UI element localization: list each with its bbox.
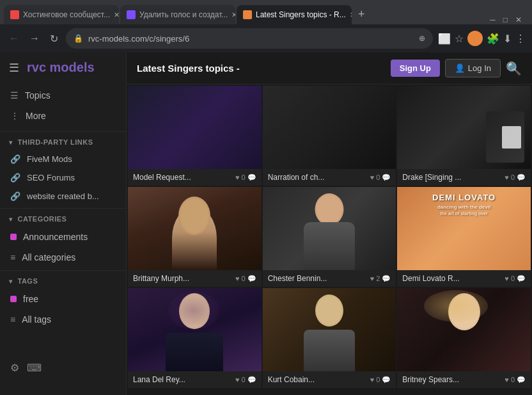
login-label: Log In <box>468 63 491 73</box>
card-brittany[interactable]: Brittany Murph... ♥ 0 💬 <box>128 187 262 287</box>
free-label: free <box>23 294 38 304</box>
card-meta-narration: ♥ 0 💬 <box>370 173 391 182</box>
chevron-down-icon-3: ▾ <box>9 278 13 285</box>
card-image-brittany <box>128 187 262 270</box>
categories-section-header[interactable]: ▾ CATEGORIES <box>0 211 126 227</box>
address-bar: ← → ↻ 🔒 rvc-models.com/c/singers/6 ⊕ ⬜ ☆… <box>0 24 532 52</box>
website-label: website created b... <box>27 191 99 201</box>
tab-bar: Хостинговое сообщест... ✕ Удалить голос … <box>0 0 532 24</box>
likes-count-2: 0 <box>376 173 380 181</box>
page: ☰ rvc models ☰ Topics ⋮ More ▾ THIRD-PAR… <box>0 52 532 395</box>
likes-count-7: 0 <box>242 376 246 383</box>
tab-close-2[interactable]: ✕ <box>231 11 235 19</box>
search-button[interactable]: 🔍 <box>506 61 522 76</box>
sidebar-link-seo[interactable]: 🔗 SEO Forums <box>0 168 126 187</box>
sidebar-item-free[interactable]: free <box>0 289 126 309</box>
heart-icon-2: ♥ <box>370 173 375 181</box>
reload-button[interactable]: ↻ <box>47 30 61 47</box>
profile-avatar[interactable] <box>467 31 483 46</box>
extensions-icon[interactable]: 🧩 <box>487 33 499 45</box>
card-footer-chester: Chester Bennin... ♥ 2 💬 <box>263 270 396 287</box>
close-button[interactable]: ✕ <box>515 15 522 24</box>
card-meta-brittany: ♥ 0 💬 <box>235 275 256 283</box>
forward-button[interactable]: → <box>27 30 42 47</box>
signup-button[interactable]: Sign Up <box>391 60 440 77</box>
url-bar[interactable]: 🔒 rvc-models.com/c/singers/6 ⊕ <box>66 28 433 49</box>
seo-label: SEO Forums <box>27 173 75 182</box>
card-meta-demi: ♥ 0 💬 <box>505 275 526 283</box>
chevron-down-icon-2: ▾ <box>9 216 13 223</box>
card-footer-demi: Demi Lovato R... ♥ 0 💬 <box>397 270 531 287</box>
keyboard-icon[interactable]: ⌨ <box>27 362 42 374</box>
card-model-request[interactable]: Model Request... ♥ 0 💬 <box>128 86 262 186</box>
card-britney[interactable]: Britney Spears... ♥ 0 💬 <box>397 288 531 388</box>
card-footer-narration: Narration of ch... ♥ 0 💬 <box>263 169 396 186</box>
heart-icon-7: ♥ <box>235 376 240 383</box>
tab-1[interactable]: Хостинговое сообщест... ✕ <box>4 5 119 24</box>
chat-icon-7: 💬 <box>247 376 256 384</box>
tab-3[interactable]: Latest Singers topics - R... ✕ <box>237 5 352 24</box>
card-chester[interactable]: Chester Bennin... ♥ 2 💬 <box>263 187 396 287</box>
sidebar-item-topics[interactable]: ☰ Topics <box>0 85 126 106</box>
card-title-model-request: Model Request... <box>133 173 233 182</box>
tab-close-3[interactable]: ✕ <box>350 11 352 19</box>
chat-icon-4: 💬 <box>247 275 256 283</box>
heart-icon-3: ♥ <box>505 173 509 181</box>
sidebar-item-announcements[interactable]: Announcements <box>0 227 126 247</box>
card-kurt[interactable]: Kurt Cobain... ♥ 0 💬 <box>263 288 396 388</box>
link-icon-seo: 🔗 <box>10 173 20 182</box>
translate-icon[interactable]: ⊕ <box>419 34 425 43</box>
card-footer-lana: Lana Del Rey... ♥ 0 💬 <box>128 371 262 388</box>
card-image-demi: DEMI LOVATO dancing with the devil the a… <box>397 187 531 270</box>
cast-icon[interactable]: ⬜ <box>438 33 451 45</box>
lock-icon: 🔒 <box>74 34 83 43</box>
all-categories-icon: ≡ <box>10 252 15 262</box>
page-title: Latest Singers topics - <box>137 63 386 74</box>
likes-count-3: 0 <box>511 173 515 181</box>
card-image-kurt <box>263 288 396 371</box>
logo: rvc models <box>27 60 95 75</box>
card-meta-britney: ♥ 0 💬 <box>505 376 526 384</box>
star-icon[interactable]: ☆ <box>455 33 464 45</box>
new-tab-button[interactable]: + <box>353 8 370 21</box>
heart-icon-5: ♥ <box>370 275 375 282</box>
sidebar-link-fivem[interactable]: 🔗 FiveM Mods <box>0 150 126 168</box>
download-icon[interactable]: ⬇ <box>503 33 512 45</box>
sidebar-item-all-categories[interactable]: ≡ All categories <box>0 247 126 268</box>
settings-icon[interactable]: ⚙ <box>10 362 19 374</box>
likes-count-6: 0 <box>511 275 515 282</box>
chat-icon-9: 💬 <box>517 376 526 384</box>
sidebar-footer: ⚙ ⌨ <box>0 355 126 380</box>
card-title-narration: Narration of ch... <box>268 173 368 182</box>
third-party-section-header[interactable]: ▾ THIRD-PARTY LINKS <box>0 134 126 150</box>
maximize-button[interactable]: □ <box>503 15 508 24</box>
more-icon: ⋮ <box>10 111 19 121</box>
chat-icon-2: 💬 <box>382 173 391 182</box>
hamburger-icon[interactable]: ☰ <box>9 61 19 75</box>
card-image-britney <box>397 288 531 371</box>
nav-section: ☰ Topics ⋮ More <box>0 83 126 129</box>
card-meta-chester: ♥ 2 💬 <box>370 275 391 283</box>
card-lana[interactable]: Lana Del Rey... ♥ 0 💬 <box>128 288 262 388</box>
minimize-button[interactable]: ─ <box>490 15 496 24</box>
more-label: More <box>26 111 46 121</box>
card-footer-model-request: Model Request... ♥ 0 💬 <box>128 169 262 186</box>
tags-section-header[interactable]: ▾ TAGS <box>0 273 126 289</box>
tab-2[interactable]: Удалить голос и создат... ✕ <box>120 5 235 24</box>
tab-close-1[interactable]: ✕ <box>114 11 119 19</box>
login-button[interactable]: 👤 Log In <box>445 59 501 77</box>
chat-icon: 💬 <box>247 173 256 182</box>
card-narration[interactable]: Narration of ch... ♥ 0 💬 <box>263 86 396 186</box>
all-tags-label: All tags <box>22 314 51 325</box>
sidebar-link-website[interactable]: 🔗 website created b... <box>0 187 126 206</box>
tab-label-3: Latest Singers topics - R... <box>256 10 346 19</box>
menu-icon[interactable]: ⋮ <box>515 33 526 45</box>
likes-count-8: 0 <box>376 376 380 383</box>
sidebar-item-all-tags[interactable]: ≡ All tags <box>0 309 126 330</box>
sidebar-item-more[interactable]: ⋮ More <box>0 106 126 126</box>
card-drake[interactable]: Drake [Singing ... ♥ 0 💬 <box>397 86 531 186</box>
third-party-label: THIRD-PARTY LINKS <box>18 138 93 146</box>
card-demi[interactable]: DEMI LOVATO dancing with the devil the a… <box>397 187 531 287</box>
back-button[interactable]: ← <box>6 30 22 47</box>
tab-favicon-2 <box>127 10 136 19</box>
